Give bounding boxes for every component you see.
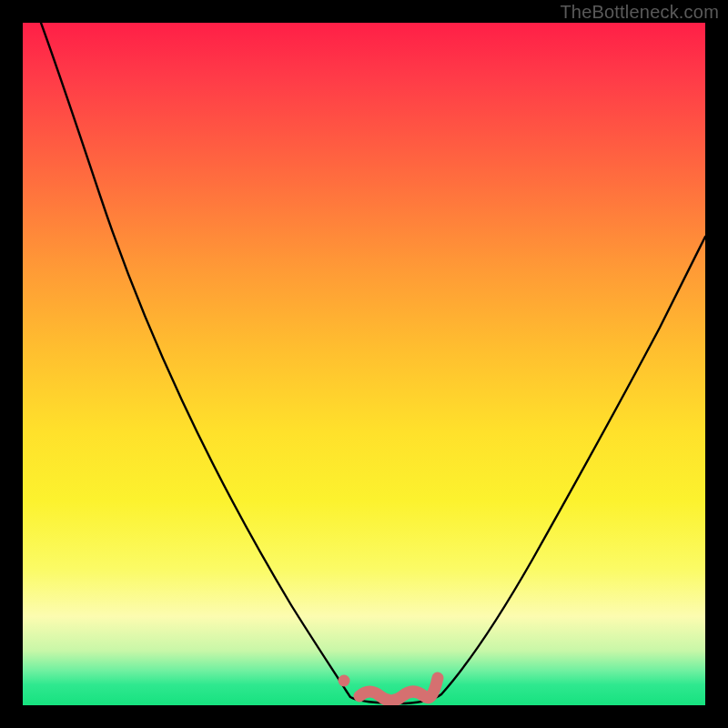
bottleneck-curve — [41, 23, 705, 703]
plot-svg — [23, 23, 705, 705]
marker-dot-icon — [339, 675, 350, 687]
attribution-text: TheBottleneck.com — [560, 2, 719, 23]
outer-frame: TheBottleneck.com — [0, 0, 728, 728]
plot-area — [23, 23, 705, 705]
marker-wave-icon — [359, 678, 438, 701]
